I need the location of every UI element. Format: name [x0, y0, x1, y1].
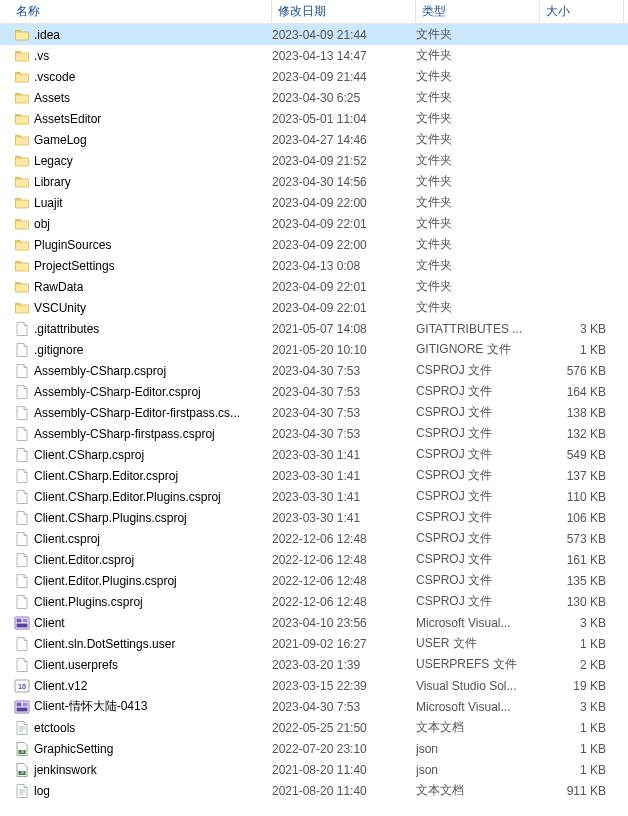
file-row[interactable]: GameLog2023-04-27 14:46文件夹: [0, 129, 628, 150]
file-name: ProjectSettings: [34, 259, 115, 273]
file-name-cell: Client: [14, 615, 272, 631]
file-type: CSPROJ 文件: [416, 593, 540, 610]
file-row[interactable]: PluginSources2023-04-09 22:00文件夹: [0, 234, 628, 255]
file-size: 911 KB: [540, 784, 612, 798]
file-row[interactable]: Luajit2023-04-09 22:00文件夹: [0, 192, 628, 213]
file-row[interactable]: Client.CSharp.Plugins.csproj2023-03-30 1…: [0, 507, 628, 528]
file-name-cell: .gitattributes: [14, 321, 272, 337]
file-size: 130 KB: [540, 595, 612, 609]
file-row[interactable]: .vs2023-04-13 14:47文件夹: [0, 45, 628, 66]
file-type: Microsoft Visual...: [416, 616, 540, 630]
file-type: CSPROJ 文件: [416, 383, 540, 400]
file-row[interactable]: Client.Editor.csproj2022-12-06 12:48CSPR…: [0, 549, 628, 570]
folder-icon: [14, 153, 30, 169]
file-date: 2021-05-20 10:10: [272, 343, 416, 357]
file-row[interactable]: RawData2023-04-09 22:01文件夹: [0, 276, 628, 297]
file-row[interactable]: 10Client.v122023-03-15 22:39Visual Studi…: [0, 675, 628, 696]
folder-icon: [14, 216, 30, 232]
file-icon: 10: [14, 678, 30, 694]
file-size: 138 KB: [540, 406, 612, 420]
file-name-cell: Library: [14, 174, 272, 190]
file-row[interactable]: AssetsEditor2023-05-01 11:04文件夹: [0, 108, 628, 129]
file-row[interactable]: Client.userprefs2023-03-20 1:39USERPREFS…: [0, 654, 628, 675]
file-row[interactable]: .vscode2023-04-09 21:44文件夹: [0, 66, 628, 87]
column-header-name[interactable]: 名称: [0, 0, 272, 23]
file-row[interactable]: Library2023-04-30 14:56文件夹: [0, 171, 628, 192]
file-name-cell: obj: [14, 216, 272, 232]
file-row[interactable]: Assembly-CSharp-Editor-firstpass.cs...20…: [0, 402, 628, 423]
file-row[interactable]: Assembly-CSharp-firstpass.csproj2023-04-…: [0, 423, 628, 444]
file-row[interactable]: Assets2023-04-30 6:25文件夹: [0, 87, 628, 108]
file-row[interactable]: obj2023-04-09 22:01文件夹: [0, 213, 628, 234]
column-header-type[interactable]: 类型: [416, 0, 540, 23]
file-row[interactable]: JSjenkinswork2021-08-20 11:40json1 KB: [0, 759, 628, 780]
column-header-date[interactable]: 修改日期: [272, 0, 416, 23]
file-type: CSPROJ 文件: [416, 572, 540, 589]
file-type: GITIGNORE 文件: [416, 341, 540, 358]
file-size: 164 KB: [540, 385, 612, 399]
file-name-cell: Client-情怀大陆-0413: [14, 698, 272, 715]
file-type: 文件夹: [416, 26, 540, 43]
file-row[interactable]: ProjectSettings2023-04-13 0:08文件夹: [0, 255, 628, 276]
folder-icon: [14, 69, 30, 85]
file-size: 573 KB: [540, 532, 612, 546]
file-type: 文件夹: [416, 68, 540, 85]
file-size: 1 KB: [540, 721, 612, 735]
svg-text:JS: JS: [20, 750, 25, 754]
file-name-cell: Client.CSharp.Editor.csproj: [14, 468, 272, 484]
file-row[interactable]: VSCUnity2023-04-09 22:01文件夹: [0, 297, 628, 318]
file-row[interactable]: etctools2022-05-25 21:50文本文档1 KB: [0, 717, 628, 738]
file-type: json: [416, 742, 540, 756]
folder-icon: [14, 174, 30, 190]
file-row[interactable]: Legacy2023-04-09 21:52文件夹: [0, 150, 628, 171]
file-size: 1 KB: [540, 637, 612, 651]
file-name-cell: JSGraphicSetting: [14, 741, 272, 757]
file-row[interactable]: .gitignore2021-05-20 10:10GITIGNORE 文件1 …: [0, 339, 628, 360]
folder-icon: [14, 111, 30, 127]
file-name-cell: Client.userprefs: [14, 657, 272, 673]
file-row[interactable]: Client.Editor.Plugins.csproj2022-12-06 1…: [0, 570, 628, 591]
file-row[interactable]: log2021-08-20 11:40文本文档911 KB: [0, 780, 628, 801]
file-size: 2 KB: [540, 658, 612, 672]
column-header-label: 大小: [546, 3, 570, 20]
file-icon: [14, 531, 30, 547]
svg-text:10: 10: [18, 683, 26, 690]
file-row[interactable]: Client.csproj2022-12-06 12:48CSPROJ 文件57…: [0, 528, 628, 549]
folder-icon: [14, 258, 30, 274]
file-icon: [14, 636, 30, 652]
file-name: Client.userprefs: [34, 658, 118, 672]
file-row[interactable]: Client-情怀大陆-04132023-04-30 7:53Microsoft…: [0, 696, 628, 717]
file-name-cell: Client.Editor.Plugins.csproj: [14, 573, 272, 589]
file-row[interactable]: Client.CSharp.Editor.Plugins.csproj2023-…: [0, 486, 628, 507]
column-header-size[interactable]: 大小: [540, 0, 624, 23]
file-row[interactable]: .gitattributes2021-05-07 14:08GITATTRIBU…: [0, 318, 628, 339]
file-date: 2023-03-30 1:41: [272, 511, 416, 525]
file-type: USERPREFS 文件: [416, 656, 540, 673]
file-row[interactable]: JSGraphicSetting2022-07-20 23:10json1 KB: [0, 738, 628, 759]
file-size: 3 KB: [540, 616, 612, 630]
file-name-cell: Client.CSharp.Plugins.csproj: [14, 510, 272, 526]
file-name: GraphicSetting: [34, 742, 113, 756]
file-name: Client.Editor.csproj: [34, 553, 134, 567]
file-name: Client.CSharp.Editor.csproj: [34, 469, 178, 483]
file-name: Client.Plugins.csproj: [34, 595, 143, 609]
file-row[interactable]: Assembly-CSharp-Editor.csproj2023-04-30 …: [0, 381, 628, 402]
file-row[interactable]: Client.sln.DotSettings.user2021-09-02 16…: [0, 633, 628, 654]
file-name: .idea: [34, 28, 60, 42]
svg-rect-3: [17, 623, 28, 627]
file-row[interactable]: Client2023-04-10 23:56Microsoft Visual..…: [0, 612, 628, 633]
file-row[interactable]: Client.CSharp.Editor.csproj2023-03-30 1:…: [0, 465, 628, 486]
file-row[interactable]: Client.CSharp.csproj2023-03-30 1:41CSPRO…: [0, 444, 628, 465]
file-icon: JS: [14, 741, 30, 757]
file-name-cell: .idea: [14, 27, 272, 43]
file-row[interactable]: Client.Plugins.csproj2022-12-06 12:48CSP…: [0, 591, 628, 612]
file-type: 文本文档: [416, 719, 540, 736]
file-type: 文件夹: [416, 194, 540, 211]
file-row[interactable]: .idea2023-04-09 21:44文件夹: [0, 24, 628, 45]
file-name: Assembly-CSharp-Editor.csproj: [34, 385, 201, 399]
file-type: 文件夹: [416, 110, 540, 127]
folder-icon: [14, 90, 30, 106]
file-row[interactable]: Assembly-CSharp.csproj2023-04-30 7:53CSP…: [0, 360, 628, 381]
file-name: Client.CSharp.csproj: [34, 448, 144, 462]
svg-rect-1: [17, 618, 22, 622]
